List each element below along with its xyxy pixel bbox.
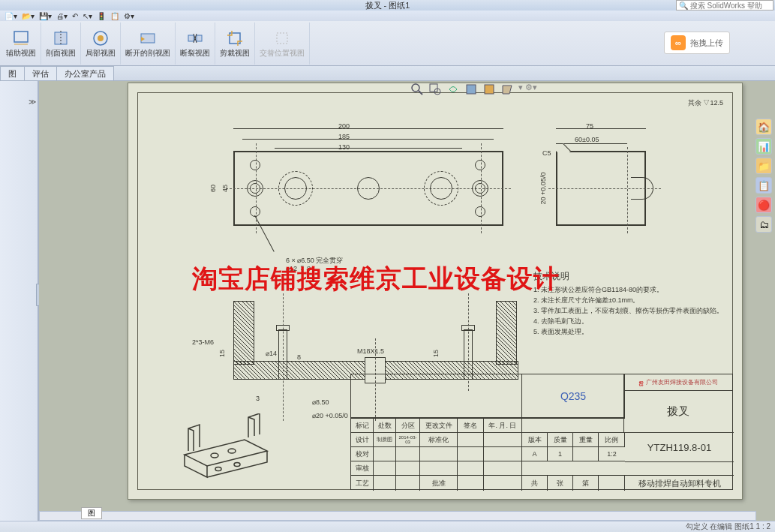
svg-rect-9 bbox=[230, 33, 240, 44]
svg-point-18 bbox=[228, 449, 236, 453]
title-bar: 拨叉 - 图纸1 🔍 搜索 SolidWorks 帮助 bbox=[0, 0, 775, 11]
material-cell: Q235 bbox=[522, 374, 625, 418]
expand-arrow[interactable]: ≫ bbox=[0, 96, 38, 107]
top-view: 200 185 130 bbox=[203, 128, 518, 248]
quick-access-toolbar: 📄▾ 📂▾ 💾▾ 🖨▾ ↶ ↖▾ 🚦 📋 ⚙▾ bbox=[0, 11, 775, 21]
break-view-button[interactable]: 断裂视图 bbox=[176, 23, 215, 65]
status-text: 勾定义 在编辑 图纸1 1 : 2 bbox=[686, 521, 770, 532]
dim-d850: ⌀8.50 bbox=[312, 398, 329, 406]
appearance-panel-icon[interactable]: 🔴 bbox=[755, 197, 772, 213]
cloud-icon: ∞ bbox=[671, 35, 686, 50]
save-menu[interactable]: 💾▾ bbox=[39, 12, 52, 20]
broken-section-button[interactable]: 断开的剖视图 bbox=[121, 23, 176, 65]
note-4: 4. 去除毛刺飞边。 bbox=[533, 316, 728, 326]
view-hud: ▾ ⚙▾ bbox=[410, 83, 537, 96]
undo-icon[interactable]: ↶ bbox=[72, 12, 78, 20]
drawing-sheet: 其余 ▽12.5 200 185 130 bbox=[128, 83, 743, 500]
prev-view-icon[interactable] bbox=[446, 83, 460, 96]
section-icon[interactable] bbox=[464, 83, 478, 96]
dim-45: 45 bbox=[221, 185, 229, 192]
dim-c5: C5 bbox=[542, 149, 551, 157]
document-title: 拨叉 - 图纸1 bbox=[365, 0, 410, 11]
part-name-cell: 拨叉 bbox=[624, 391, 732, 432]
detail-view-button[interactable]: 局部视图 bbox=[81, 23, 121, 65]
tab-drawing[interactable]: 图 bbox=[0, 66, 25, 80]
print-menu[interactable]: 🖨▾ bbox=[56, 12, 68, 20]
home-icon[interactable]: 🏠 bbox=[755, 119, 772, 135]
svg-rect-16 bbox=[485, 85, 494, 94]
workspace: ≫ ▾ ⚙▾ 🏠 📊 📁 📋 🔴 🗂 其余 ▽12.5 bbox=[0, 81, 775, 521]
dim-d14: ⌀14 bbox=[266, 350, 277, 357]
section-view-button[interactable]: 剖面视图 bbox=[41, 23, 81, 65]
notes-header: 技术说明 bbox=[533, 271, 728, 281]
help-search-input[interactable]: 🔍 搜索 SolidWorks 帮助 bbox=[676, 0, 773, 11]
display-style-icon[interactable] bbox=[482, 83, 496, 96]
open-menu[interactable]: 📂▾ bbox=[22, 12, 35, 20]
svg-point-17 bbox=[211, 453, 218, 458]
note-5: 5. 表面发黑处理。 bbox=[533, 326, 728, 337]
status-bar: 勾定义 在编辑 图纸1 1 : 2 bbox=[0, 521, 775, 532]
dim-15b: 15 bbox=[432, 350, 440, 357]
feature-tree-panel[interactable]: ≫ bbox=[0, 81, 39, 521]
options-icon[interactable]: 📋 bbox=[110, 12, 119, 20]
task-pane: 🏠 📊 📁 📋 🔴 🗂 bbox=[755, 119, 773, 233]
resources-icon[interactable]: 📊 bbox=[755, 138, 772, 155]
view-palette-icon[interactable]: 📋 bbox=[755, 177, 772, 194]
file-explorer-icon[interactable]: 📁 bbox=[755, 158, 772, 174]
svg-rect-10 bbox=[277, 33, 287, 44]
thread-note: 2*3-M6 bbox=[192, 338, 214, 346]
select-menu[interactable]: ↖▾ bbox=[83, 12, 92, 20]
tab-evaluate[interactable]: 评估 bbox=[24, 66, 57, 80]
surface-finish: 其余 ▽12.5 bbox=[688, 98, 723, 108]
hide-show-icon[interactable] bbox=[500, 83, 514, 96]
isometric-view bbox=[173, 413, 278, 488]
dim-60: 60 bbox=[209, 185, 217, 192]
sheet-tab[interactable]: 图 bbox=[81, 507, 102, 519]
settings-menu[interactable]: ⚙▾ bbox=[124, 12, 134, 20]
note-2: 2. 未注长度尺寸允许偏差±0.1mm。 bbox=[533, 295, 728, 305]
dim-130: 130 bbox=[338, 143, 350, 151]
company-cell: ஐ广州友田焊接设备有限公司 bbox=[624, 374, 732, 391]
title-block: Q235 ஐ广州友田焊接设备有限公司 拨叉 标记 处数 分区 更改文件 签名 年… bbox=[350, 374, 733, 490]
svg-rect-13 bbox=[430, 84, 437, 92]
svg-rect-0 bbox=[14, 32, 28, 42]
aux-view-button[interactable]: 辅助视图 bbox=[2, 23, 41, 65]
svg-point-11 bbox=[412, 84, 419, 92]
crop-view-button[interactable]: 剪裁视图 bbox=[215, 23, 255, 65]
horizontal-scrollbar[interactable]: 图 bbox=[39, 511, 756, 521]
cloud-upload-button[interactable]: ∞ 拖拽上传 bbox=[664, 32, 730, 54]
svg-point-5 bbox=[98, 35, 104, 41]
custom-props-icon[interactable]: 🗂 bbox=[755, 216, 772, 233]
svg-line-12 bbox=[419, 91, 422, 95]
svg-point-20 bbox=[234, 463, 240, 467]
tech-notes: 技术说明 1. 未注形状公差应符合GB1184-80的要求。 2. 未注长度尺寸… bbox=[533, 271, 728, 337]
title-block-right: ஐ广州友田焊接设备有限公司 拨叉 bbox=[623, 374, 732, 432]
zoom-fit-icon[interactable] bbox=[410, 83, 424, 96]
zoom-area-icon[interactable] bbox=[428, 83, 442, 96]
rebuild-icon[interactable]: 🚦 bbox=[97, 12, 106, 20]
dim-60tol: 60±0.05 bbox=[575, 136, 599, 143]
svg-rect-7 bbox=[188, 35, 194, 41]
alt-position-button: 交替位置视图 bbox=[255, 23, 310, 65]
dim-8: 8 bbox=[297, 353, 301, 361]
new-menu[interactable]: 📄▾ bbox=[5, 12, 17, 20]
dim-3: 3 bbox=[256, 395, 260, 402]
svg-rect-15 bbox=[467, 85, 476, 94]
dim-20tol: 20 +0.05/0 bbox=[539, 173, 547, 205]
ribbon: 辅助视图 剖面视图 局部视图 断开的剖视图 断裂视图 剪裁视图 交替位置视图 ∞… bbox=[0, 21, 775, 66]
drawing-canvas[interactable]: ▾ ⚙▾ 🏠 📊 📁 📋 🔴 🗂 其余 ▽12.5 200 185 130 bbox=[39, 81, 775, 521]
note-1: 1. 未注形状公差应符合GB1184-80的要求。 bbox=[533, 284, 728, 295]
svg-rect-8 bbox=[197, 35, 202, 41]
feature-tabs: 图 评估 办公室产品 bbox=[0, 66, 775, 81]
dim-d20tol: ⌀20 +0.05/0 bbox=[312, 412, 348, 419]
side-view: 75 60±0.05 C5 20 +0.05/0 bbox=[533, 128, 668, 248]
svg-point-19 bbox=[215, 467, 221, 471]
watermark: 淘宝店铺搜索维京工业设备设计 bbox=[192, 262, 560, 296]
note-3: 3. 零件加工表面上，不应有划痕、擦伤等损伤零件表面的缺陷。 bbox=[533, 305, 728, 316]
dim-15: 15 bbox=[218, 350, 226, 357]
appearance-icon[interactable]: ▾ ⚙▾ bbox=[518, 83, 537, 96]
tab-office[interactable]: 办公室产品 bbox=[56, 66, 114, 80]
dim-m18: M18X1.5 bbox=[357, 347, 384, 355]
